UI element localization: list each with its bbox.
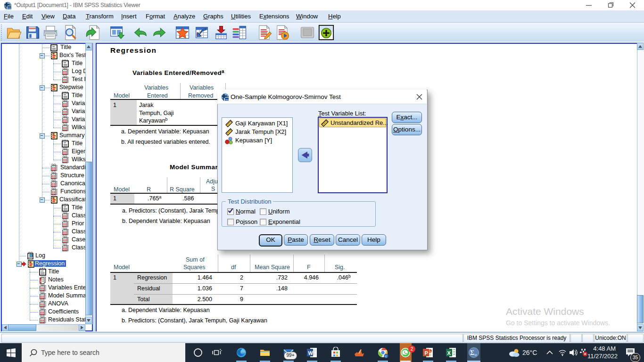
- svg-text:P: P: [425, 350, 428, 356]
- svg-text:α: α: [475, 352, 477, 357]
- svg-text:c: c: [385, 354, 387, 358]
- svg-text:Σ: Σ: [470, 349, 474, 356]
- svg-text:X: X: [447, 350, 451, 356]
- svg-text:W: W: [308, 350, 314, 356]
